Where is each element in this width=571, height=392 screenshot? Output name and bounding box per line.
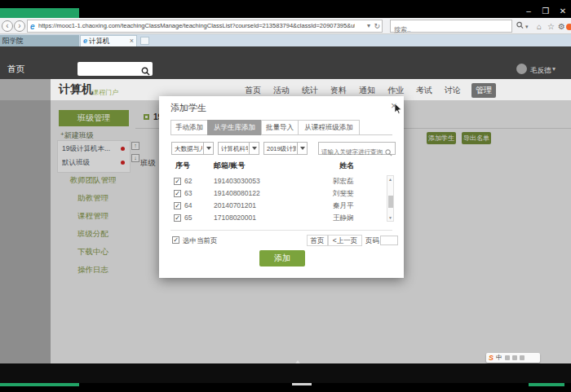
tab-title: 计算机 — [89, 37, 110, 45]
tab-from-course-class[interactable]: 从课程班级添加 — [298, 120, 360, 135]
col-header-no: 序号 — [175, 161, 190, 171]
window-maximize-icon[interactable] — [539, 6, 552, 17]
cell-account: 17108020001 — [214, 214, 256, 222]
cell-no: 62 — [184, 177, 192, 185]
scrollbar[interactable] — [387, 175, 394, 222]
row-checkbox[interactable] — [174, 214, 181, 222]
browser-tab-active[interactable]: e计算机 — [80, 35, 137, 46]
tab-favicon: e — [83, 37, 87, 45]
nav-manage-active[interactable]: 管理 — [471, 83, 496, 98]
pagination-page-label: 页码 — [365, 236, 379, 246]
nav-home[interactable]: 首页 — [245, 85, 261, 96]
row-checkbox[interactable] — [174, 190, 181, 197]
nav-notice[interactable]: 通知 — [359, 85, 375, 96]
filter-select-major[interactable]: 大数据与人工智 — [171, 142, 214, 155]
new-tab-button[interactable] — [140, 37, 149, 45]
window-minimize-icon[interactable] — [522, 6, 535, 17]
username[interactable]: 毛反德 — [530, 66, 551, 76]
row-checkbox[interactable] — [174, 202, 181, 209]
scroll-thumb[interactable] — [388, 196, 393, 208]
nav-homework[interactable]: 作业 — [387, 85, 404, 96]
table-row: 62 191403030053 郭宏磊 — [170, 177, 381, 187]
modal-search-magnifier-icon[interactable] — [385, 145, 392, 160]
nav-discussion[interactable]: 讨论 — [445, 85, 461, 96]
col-header-account: 邮箱/账号 — [214, 161, 246, 171]
user-menu-caret-icon[interactable] — [552, 65, 556, 73]
screen: e https://mooc1-1.chaoxing.com/teachingC… — [0, 0, 571, 392]
site-home-link[interactable]: 首页 — [7, 64, 24, 75]
select-page-checkbox[interactable] — [172, 236, 179, 244]
settings-gear-icon[interactable] — [558, 21, 565, 33]
filter-select-grade[interactable]: 2019级计算机科 — [263, 142, 308, 155]
filter-department-value: 计算机科学与技 — [221, 145, 248, 153]
chevron-down-icon — [249, 143, 259, 154]
tab-manual-add[interactable]: 手动添加 — [170, 120, 208, 135]
search-options-caret-icon[interactable] — [525, 21, 529, 33]
col-header-name: 姓名 — [339, 161, 354, 171]
filter-select-department[interactable]: 计算机科学与技 — [218, 142, 259, 155]
cell-no: 65 — [184, 214, 192, 222]
sogou-logo-icon[interactable]: S — [489, 354, 494, 362]
browser-tab-background[interactable]: 阳学院 — [0, 35, 79, 46]
tab-batch-import[interactable]: 批量导入 — [261, 120, 299, 135]
cell-name: 刘斐斐 — [333, 189, 354, 199]
nav-activity[interactable]: 活动 — [273, 85, 290, 96]
home-icon[interactable] — [537, 21, 542, 33]
url-text: https://mooc1-1.chaoxing.com/teachingCla… — [38, 22, 355, 31]
cell-name: 郭宏磊 — [333, 177, 354, 187]
refresh-icon[interactable] — [374, 22, 380, 30]
tab-from-student-library[interactable]: 从学生库添加 — [207, 120, 262, 135]
scroll-down-icon[interactable] — [387, 215, 393, 220]
row-checkbox[interactable] — [174, 178, 181, 185]
plugin-orange-icon[interactable] — [566, 24, 571, 30]
mouse-cursor — [395, 103, 402, 117]
chevron-down-icon — [297, 143, 307, 154]
cell-name: 秦月平 — [333, 201, 354, 211]
ime-language-indicator[interactable]: 中 — [496, 354, 502, 362]
sogou-tool-icon[interactable] — [505, 355, 510, 360]
footer-divider — [170, 230, 392, 231]
nav-materials[interactable]: 资料 — [330, 85, 347, 96]
site-search-box[interactable] — [77, 62, 153, 76]
sogou-ime-toolbar[interactable]: S 中 — [486, 353, 540, 363]
site-search-magnifier-icon[interactable] — [141, 64, 150, 79]
modal-search-input[interactable] — [319, 147, 386, 158]
add-student-modal: 添加学生 手动添加 从学生库添加 批量导入 从课程班级添加 大数据与人工智 计算… — [159, 96, 404, 278]
browser-back-button[interactable] — [2, 20, 13, 32]
nav-exam[interactable]: 考试 — [416, 85, 432, 96]
scroll-up-icon[interactable] — [387, 177, 393, 182]
cell-account: 191403030053 — [214, 177, 260, 185]
browser-search-box[interactable] — [390, 20, 512, 33]
favorites-star-icon[interactable] — [547, 21, 555, 33]
select-page-label: 选中当前页 — [183, 236, 218, 246]
pagination-first[interactable]: 首页 — [307, 235, 328, 246]
chevron-down-icon — [203, 143, 213, 154]
address-dropdown-icon[interactable] — [367, 22, 370, 29]
browser-forward-button[interactable] — [14, 20, 25, 32]
site-favicon: e — [30, 22, 35, 31]
cell-no: 64 — [184, 201, 192, 209]
course-title: 计算机 — [59, 82, 93, 97]
modal-search-box[interactable] — [318, 142, 396, 155]
modal-add-button[interactable]: 添加 — [259, 250, 305, 266]
search-magnifier-icon[interactable] — [516, 21, 524, 33]
nav-stats[interactable]: 统计 — [302, 85, 318, 96]
table-row: 63 191408080122 刘斐斐 — [170, 189, 381, 200]
window-close-icon[interactable] — [556, 6, 569, 17]
filter-major-value: 大数据与人工智 — [175, 145, 202, 153]
pagination-prev[interactable]: <上一页 — [328, 235, 362, 246]
course-subtitle[interactable]: 课程门户 — [92, 88, 118, 97]
sogou-wrench-icon[interactable] — [520, 355, 525, 360]
cell-name: 王静娴 — [333, 214, 354, 223]
site-search-input[interactable] — [77, 64, 141, 78]
tab-close-icon[interactable] — [130, 36, 134, 46]
filter-grade-value: 2019级计算机科 — [267, 145, 296, 153]
vm-green-strip-bottom — [0, 383, 79, 386]
avatar[interactable] — [516, 64, 527, 74]
window-titlebar — [0, 0, 571, 18]
sogou-tool-icon[interactable] — [512, 355, 517, 360]
taskbar — [0, 363, 571, 383]
cell-no: 63 — [184, 189, 192, 197]
pagination-page-input[interactable] — [380, 236, 398, 245]
cell-account: 20140701201 — [214, 201, 256, 209]
